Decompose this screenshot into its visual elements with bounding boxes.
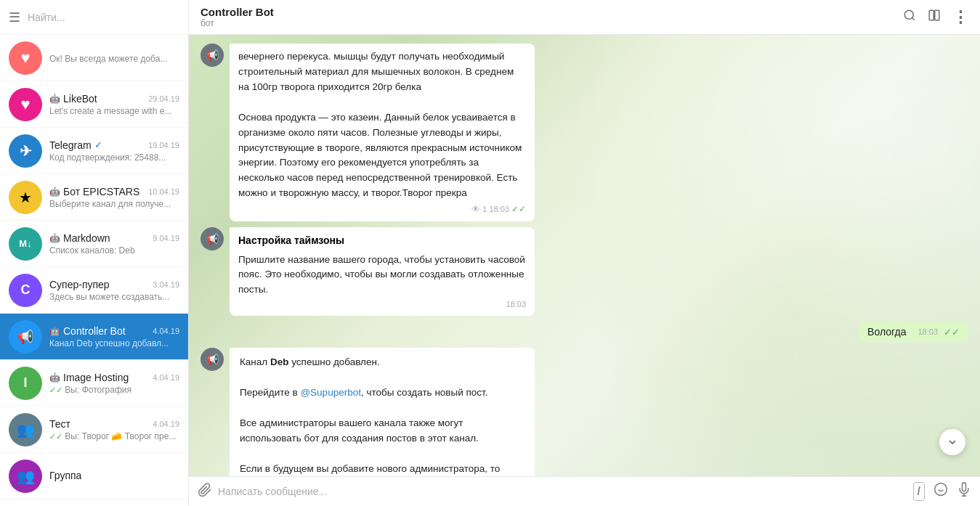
chat-name-row: Супер-пупер 3.04.19 (49, 279, 179, 290)
chat-name-row: 🤖 Бот EPICSTARS 10.04.19 (49, 186, 179, 197)
command-icon[interactable]: / (913, 482, 925, 501)
emoji-icon[interactable] (934, 482, 948, 500)
chat-header: Controller Bot бот ⋮ (189, 0, 980, 35)
chat-info: Тест 4.04.19 ✓✓ Вы: Творог 🧀 Творог пре.… (49, 418, 179, 441)
chat-name-row: 🤖 Image Hosting 4.04.19 (49, 372, 179, 383)
chat-header-actions: ⋮ (903, 9, 968, 25)
avatar: ♥ (9, 41, 42, 75)
message-bubble-outgoing: Вологда 18:03 ✓✓ (859, 322, 968, 342)
chat-info: Супер-пупер 3.04.19 Здесь вы можете созд… (49, 279, 179, 302)
bot-icon: 🤖 (49, 372, 60, 383)
chat-name: Тест (49, 418, 70, 430)
svg-point-4 (935, 483, 947, 496)
chat-name: 🤖 Controller Bot (49, 325, 126, 337)
chat-info: 🤖 LikeBot 29.04.19 Let's create a messag… (49, 93, 179, 116)
avatar: ★ (9, 181, 42, 214)
chat-time: 10.04.19 (148, 187, 179, 196)
chat-preview: Выберите канал для получе... (49, 199, 179, 209)
chat-preview: Код подтверждения: 25488... (49, 152, 179, 163)
chat-preview: Ок! Вы всегда можете доба... (49, 54, 179, 64)
chat-preview: ✓✓ Вы: Фотография (49, 385, 179, 395)
chat-name: Telegram ✓ (49, 139, 102, 151)
chat-time: 19.04.19 (148, 141, 179, 150)
bot-icon: 🤖 (49, 187, 60, 197)
time-text: 18:03 (506, 298, 526, 311)
chat-time: 29.04.19 (148, 94, 179, 103)
message-title: Настройка таймзоны (238, 233, 526, 248)
bot-icon: 🤖 (49, 94, 60, 104)
chat-name: 🤖 LikeBot (49, 93, 97, 105)
chat-time: 4.04.19 (153, 420, 179, 428)
chat-list-item-controller_bot[interactable]: 📢 🤖 Controller Bot 4.04.19 Канал Deb усп… (0, 314, 188, 360)
chat-name: 🤖 Image Hosting (49, 372, 129, 383)
chat-list-item-super_pup[interactable]: С Супер-пупер 3.04.19 Здесь вы можете со… (0, 267, 188, 314)
split-view-icon[interactable] (928, 9, 941, 25)
check-icon: ✓✓ (49, 385, 62, 394)
avatar: С (9, 274, 42, 307)
chat-name: 🤖 Бот EPICSTARS (49, 186, 139, 197)
chat-list-item-huseyin[interactable]: H Hüseyin 2.04.19 😠😡😔😔😊 (0, 499, 188, 506)
check-icon: ✓✓ (49, 432, 62, 441)
bot-icon: 🤖 (49, 233, 60, 243)
search-input[interactable] (28, 12, 179, 23)
chat-list-item-likebot[interactable]: ♥ 🤖 LikeBot 29.04.19 Let's create a mess… (0, 81, 188, 128)
chat-info: Группа (49, 470, 179, 483)
chat-list-item-epicstars[interactable]: ★ 🤖 Бот EPICSTARS 10.04.19 Выберите кана… (0, 174, 188, 221)
message-time: 18:03 (238, 298, 526, 311)
search-icon[interactable] (903, 9, 916, 25)
chat-name-row: Тест 4.04.19 (49, 418, 179, 430)
sidebar-header: ☰ (0, 0, 188, 35)
chat-preview: Здесь вы можете создавать... (49, 292, 179, 302)
chat-time: 4.04.19 (153, 373, 179, 382)
avatar: M↓ (9, 227, 42, 261)
bot-avatar: 📢 (201, 348, 224, 371)
bot-link[interactable]: @Supuperbot (300, 387, 361, 398)
input-icons: / (913, 482, 971, 501)
chat-time: 3.04.19 (153, 280, 179, 289)
chat-info: 🤖 Бот EPICSTARS 10.04.19 Выберите канал … (49, 186, 179, 209)
check-icon: ✓✓ (511, 203, 526, 216)
chat-input-area: / (189, 476, 980, 506)
avatar: 👥 (9, 413, 42, 446)
verified-icon: ✓ (94, 139, 102, 150)
menu-icon[interactable]: ☰ (9, 9, 20, 25)
bot-icon: 🤖 (49, 326, 60, 336)
chat-name-row: 🤖 Markdown 9.04.19 (49, 232, 179, 244)
message-input[interactable] (218, 481, 907, 502)
chat-list-item-image_hosting[interactable]: I 🤖 Image Hosting 4.04.19 ✓✓ Вы: Фотогра… (0, 360, 188, 407)
message-row: 📢 Канал Deb успешно добавлен. Перейдите … (201, 348, 968, 476)
chat-list: ♥ Ок! Вы всегда можете доба... ♥ 🤖 LikeB… (0, 35, 188, 506)
messages-area: 📢 вечернего перекуса. мышцы будут получа… (189, 35, 980, 476)
mic-icon[interactable] (957, 482, 971, 500)
message-row: 📢 Настройка таймзоны Пришлите название в… (201, 227, 968, 316)
chat-list-item-ok[interactable]: ♥ Ок! Вы всегда можете доба... (0, 35, 188, 81)
message-text: Пришлите название вашего города, чтобы у… (238, 253, 526, 297)
chat-list-item-group[interactable]: 👥 Группа (0, 453, 188, 499)
attach-icon[interactable] (198, 483, 212, 501)
bot-avatar: 📢 (201, 44, 224, 67)
chat-title: Controller Bot (201, 6, 274, 18)
svg-line-1 (912, 17, 914, 20)
chat-name: 🤖 Markdown (49, 232, 110, 244)
chat-info: Telegram ✓ 19.04.19 Код подтверждения: 2… (49, 139, 179, 163)
chat-name: Группа (49, 470, 81, 481)
avatar: 📢 (9, 320, 42, 354)
chat-name: Супер-пупер (49, 279, 110, 290)
avatar: I (9, 367, 42, 400)
chat-info: Ок! Вы всегда можете доба... (49, 52, 179, 64)
check-double-icon: ✓✓ (944, 327, 960, 338)
chat-area: Controller Bot бот ⋮ 📢 вечернего перекус… (189, 0, 980, 506)
chat-info: 🤖 Controller Bot 4.04.19 Канал Deb успеш… (49, 325, 179, 348)
sidebar: ☰ ♥ Ок! Вы всегда можете доба... ♥ 🤖 Lik… (0, 0, 189, 506)
scroll-down-button[interactable] (939, 429, 965, 455)
time-text: 18:03 (489, 203, 509, 216)
chat-list-item-markdown[interactable]: M↓ 🤖 Markdown 9.04.19 Список каналов: De… (0, 221, 188, 267)
chat-name-row: Группа (49, 470, 179, 481)
chat-header-info: Controller Bot бот (201, 6, 274, 28)
message-bubble: Настройка таймзоны Пришлите название ваш… (230, 227, 535, 316)
chat-list-item-telegram[interactable]: ✈ Telegram ✓ 19.04.19 Код подтверждения:… (0, 128, 188, 174)
more-options-icon[interactable]: ⋮ (952, 9, 968, 25)
message-bubble: Канал Deb успешно добавлен. Перейдите в … (230, 348, 535, 476)
chat-list-item-test[interactable]: 👥 Тест 4.04.19 ✓✓ Вы: Творог 🧀 Творог пр… (0, 407, 188, 453)
chat-preview: Канал Deb успешно добавл... (49, 338, 179, 348)
